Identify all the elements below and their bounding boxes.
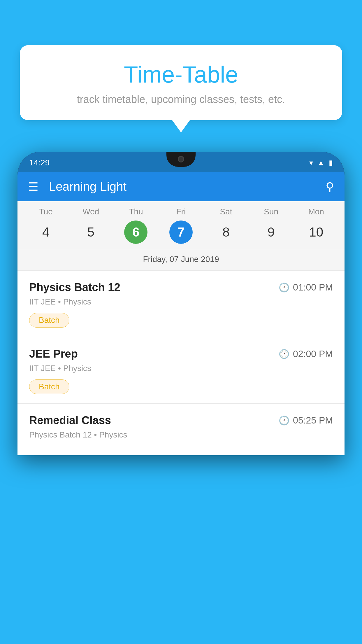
- camera-dot: [178, 156, 184, 162]
- hamburger-icon[interactable]: ☰: [28, 181, 38, 192]
- selected-date-label: Friday, 07 June 2019: [17, 250, 345, 270]
- class-item-header: Remedial Class🕐05:25 PM: [29, 414, 333, 427]
- class-time: 🕐01:00 PM: [279, 282, 333, 293]
- wifi-icon: ▾: [309, 158, 313, 167]
- clock-icon: 🕐: [279, 282, 289, 293]
- calendar-day-9[interactable]: Sun9: [254, 207, 289, 244]
- battery-icon: ▮: [329, 158, 333, 167]
- calendar-day-8[interactable]: Sat8: [209, 207, 244, 244]
- calendar-day-6[interactable]: Thu6: [118, 207, 153, 244]
- signal-icon: ▲: [317, 158, 325, 167]
- day-name: Sun: [264, 207, 278, 216]
- day-number[interactable]: 6: [124, 220, 147, 244]
- search-icon[interactable]: ⚲: [326, 180, 334, 193]
- batch-badge: Batch: [29, 313, 69, 328]
- calendar-day-4[interactable]: Tue4: [28, 207, 63, 244]
- class-item-header: Physics Batch 12🕐01:00 PM: [29, 281, 333, 294]
- tooltip-card: Time-Table track timetable, upcoming cla…: [20, 45, 342, 120]
- class-time: 🕐05:25 PM: [279, 415, 333, 426]
- clock-icon: 🕐: [279, 415, 289, 426]
- phone-screen: 14:29 ▾ ▲ ▮ ☰ Learning Light ⚲ Tue4Wed5T…: [17, 152, 345, 455]
- class-name: Remedial Class: [29, 414, 111, 427]
- day-number[interactable]: 7: [169, 220, 193, 244]
- class-meta: IIT JEE • Physics: [29, 297, 333, 307]
- class-name: Physics Batch 12: [29, 281, 120, 294]
- day-name: Sat: [220, 207, 232, 216]
- day-number[interactable]: 5: [79, 220, 103, 244]
- class-item[interactable]: Remedial Class🕐05:25 PMPhysics Batch 12 …: [17, 403, 345, 455]
- calendar-day-5[interactable]: Wed5: [73, 207, 108, 244]
- day-number[interactable]: 4: [34, 220, 57, 244]
- class-time: 🕐02:00 PM: [279, 349, 333, 359]
- class-name: JEE Prep: [29, 348, 78, 360]
- calendar-day-10[interactable]: Mon10: [299, 207, 334, 244]
- days-header: Tue4Wed5Thu6Fri7Sat8Sun9Mon10: [17, 207, 345, 247]
- status-icons: ▾ ▲ ▮: [309, 158, 333, 167]
- phone-frame: 14:29 ▾ ▲ ▮ ☰ Learning Light ⚲ Tue4Wed5T…: [17, 152, 345, 644]
- day-number[interactable]: 8: [215, 220, 238, 244]
- day-name: Wed: [82, 207, 99, 216]
- calendar-strip: Tue4Wed5Thu6Fri7Sat8Sun9Mon10 Friday, 07…: [17, 201, 345, 270]
- tooltip-subtitle: track timetable, upcoming classes, tests…: [37, 93, 325, 106]
- class-item[interactable]: JEE Prep🕐02:00 PMIIT JEE • PhysicsBatch: [17, 337, 345, 403]
- clock-icon: 🕐: [279, 349, 289, 359]
- class-item-header: JEE Prep🕐02:00 PM: [29, 348, 333, 360]
- day-number[interactable]: 9: [259, 220, 283, 244]
- day-name: Mon: [308, 207, 324, 216]
- status-time: 14:29: [29, 158, 50, 167]
- class-meta: IIT JEE • Physics: [29, 364, 333, 373]
- batch-badge: Batch: [29, 379, 69, 394]
- class-meta: Physics Batch 12 • Physics: [29, 430, 333, 440]
- day-name: Thu: [129, 207, 143, 216]
- class-item[interactable]: Physics Batch 12🕐01:00 PMIIT JEE • Physi…: [17, 270, 345, 337]
- day-name: Tue: [39, 207, 53, 216]
- app-title: Learning Light: [49, 180, 326, 194]
- app-bar: ☰ Learning Light ⚲: [17, 172, 345, 201]
- day-name: Fri: [176, 207, 186, 216]
- calendar-day-7[interactable]: Fri7: [164, 207, 198, 244]
- day-number[interactable]: 10: [305, 220, 328, 244]
- tooltip-title: Time-Table: [37, 61, 325, 88]
- class-list: Physics Batch 12🕐01:00 PMIIT JEE • Physi…: [17, 270, 345, 455]
